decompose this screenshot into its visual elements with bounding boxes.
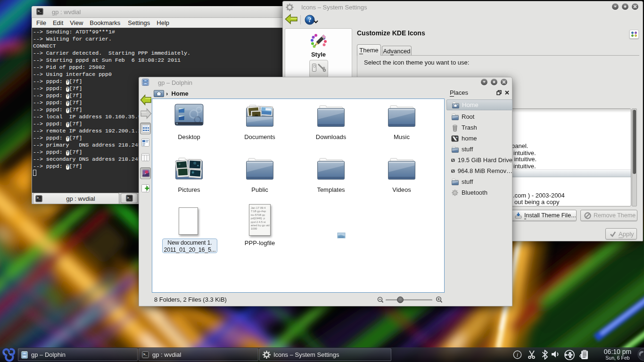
svg-text:i: i (517, 352, 518, 358)
svg-text:?: ? (308, 16, 312, 24)
